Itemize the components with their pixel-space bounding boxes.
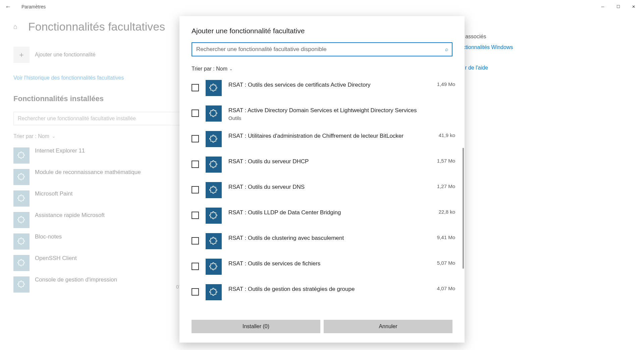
feature-name: RSAT : Outils de services de fichiers xyxy=(228,260,430,268)
feature-icon xyxy=(206,259,222,275)
related-header: Paramètres associés xyxy=(436,34,631,40)
feature-item[interactable]: RSAT : Outils des services de certificat… xyxy=(192,75,459,101)
feature-icon xyxy=(13,233,30,250)
feature-icon xyxy=(13,147,30,164)
feature-checkbox[interactable] xyxy=(192,212,199,219)
feature-icon xyxy=(13,190,30,207)
feature-icon xyxy=(206,233,222,249)
sort-features[interactable]: Trier par : Nom ⌄ xyxy=(179,63,465,74)
installed-name: Microsoft Paint xyxy=(35,190,72,197)
feature-checkbox[interactable] xyxy=(192,110,199,117)
add-feature-label: Ajouter une fonctionnalité xyxy=(35,52,96,58)
back-button[interactable]: ← xyxy=(3,3,13,10)
feature-icon xyxy=(13,276,30,293)
feature-size: 9,41 Mo xyxy=(437,233,455,240)
search-feature-input[interactable] xyxy=(192,42,452,56)
page-title: Fonctionnalités facultatives xyxy=(28,20,165,33)
feature-icon xyxy=(206,157,222,173)
feature-icon xyxy=(206,182,222,198)
maximize-button[interactable]: ☐ xyxy=(610,1,626,12)
feature-size: 1,49 Mo xyxy=(437,80,455,87)
installed-name: Bloc-notes xyxy=(35,233,62,240)
feature-item[interactable]: RSAT : Outils du serveur DHCP 1,57 Mo xyxy=(192,152,459,177)
search-icon: ⌕ xyxy=(445,46,448,52)
feature-checkbox[interactable] xyxy=(192,288,199,296)
feature-size: 4,07 Mo xyxy=(437,284,455,291)
titlebar: ← Paramètres ─ ☐ ✕ xyxy=(0,0,644,13)
sort-label: Trier par : Nom xyxy=(13,133,49,139)
minimize-button[interactable]: ─ xyxy=(595,1,610,12)
add-feature-dialog: Ajouter une fonctionnalité facultative ⌕… xyxy=(179,16,465,343)
feature-icon xyxy=(206,208,222,224)
add-feature-button[interactable]: ＋ xyxy=(13,47,30,63)
feature-name: RSAT : Outils du serveur DNS xyxy=(228,183,430,191)
installed-name: Module de reconnaissance mathématique xyxy=(35,169,141,176)
installed-item[interactable]: Console de gestion d'impression 07/12/20… xyxy=(13,276,201,293)
scrollbar[interactable] xyxy=(463,148,464,269)
feature-icon xyxy=(13,255,30,271)
feature-item[interactable]: RSAT : Outils LLDP de Data Center Bridgi… xyxy=(192,203,459,228)
feature-name: RSAT : Active Directory Domain Services … xyxy=(228,107,448,115)
installed-name: Assistance rapide Microsoft xyxy=(35,212,105,219)
feature-item[interactable]: RSAT : Outils de clustering avec bascule… xyxy=(192,228,459,254)
app-title: Paramètres xyxy=(21,4,46,9)
cancel-button[interactable]: Annuler xyxy=(324,320,452,333)
help-link[interactable]: 💬 Obtenir de l'aide xyxy=(436,64,631,72)
installed-item[interactable]: Assistance rapide Microsoft 2, 07/12 xyxy=(13,212,201,228)
feature-name: RSAT : Outils des services de certificat… xyxy=(228,81,430,89)
feature-checkbox[interactable] xyxy=(192,84,199,91)
feature-name: RSAT : Outils de clustering avec bascule… xyxy=(228,234,430,242)
feature-size: 41,9 ko xyxy=(439,131,455,138)
feature-icon xyxy=(13,212,30,228)
feature-name: RSAT : Outils de gestion des stratégies … xyxy=(228,286,430,293)
feature-size: 5,07 Mo xyxy=(437,259,455,266)
installed-name: Internet Explorer 11 xyxy=(35,147,85,154)
installed-item[interactable]: Internet Explorer 11 3,2 07/12 xyxy=(13,147,201,164)
installed-name: Console de gestion d'impression xyxy=(35,276,117,283)
feature-icon xyxy=(206,131,222,147)
feature-item[interactable]: RSAT : Outils de services de fichiers 5,… xyxy=(192,254,459,279)
history-link[interactable]: Voir l'historique des fonctionnalités fa… xyxy=(13,75,124,81)
more-features-link[interactable]: Plus de fonctionnalités Windows xyxy=(436,44,631,50)
chevron-down-icon: ⌄ xyxy=(229,67,232,71)
feature-icon xyxy=(13,169,30,185)
installed-item[interactable]: OpenSSH Client 1 xyxy=(13,255,201,271)
install-button[interactable]: Installer (0) xyxy=(192,320,320,333)
feature-name: RSAT : Utilitaires d'administration de C… xyxy=(228,132,432,140)
installed-item[interactable]: Bloc-notes 6 xyxy=(13,233,201,250)
feature-item[interactable]: RSAT : Active Directory Domain Services … xyxy=(192,101,459,126)
feature-icon xyxy=(206,80,222,96)
close-button[interactable]: ✕ xyxy=(626,1,641,12)
feature-size: 1,27 Mo xyxy=(437,182,455,189)
chevron-down-icon: ⌄ xyxy=(52,134,55,139)
feature-item[interactable]: RSAT : Outils du serveur DNS 1,27 Mo xyxy=(192,177,459,203)
home-icon[interactable]: ⌂ xyxy=(13,23,21,31)
dialog-title: Ajouter une fonctionnalité facultative xyxy=(192,27,452,35)
feature-item[interactable]: RSAT : Utilitaires d'administration de C… xyxy=(192,126,459,152)
feature-size: 1,57 Mo xyxy=(437,157,455,164)
feature-name: RSAT : Outils du serveur DHCP xyxy=(228,158,430,166)
sort-features-label: Trier par : Nom xyxy=(192,66,227,72)
feature-icon xyxy=(206,105,222,122)
installed-item[interactable]: Module de reconnaissance mathématique 33 xyxy=(13,169,201,185)
feature-icon xyxy=(206,284,222,300)
feature-checkbox[interactable] xyxy=(192,186,199,193)
installed-name: OpenSSH Client xyxy=(35,255,77,262)
feature-checkbox[interactable] xyxy=(192,135,199,142)
search-installed-input[interactable] xyxy=(13,112,201,125)
feature-checkbox[interactable] xyxy=(192,237,199,245)
feature-name: RSAT : Outils LLDP de Data Center Bridgi… xyxy=(228,209,432,217)
feature-item[interactable]: RSAT : Outils de gestion des stratégies … xyxy=(192,279,459,305)
feature-size: 22,8 ko xyxy=(439,208,455,215)
feature-sub: Outils xyxy=(228,115,448,121)
feature-checkbox[interactable] xyxy=(192,263,199,270)
feature-checkbox[interactable] xyxy=(192,161,199,168)
installed-item[interactable]: Microsoft Paint 6, 07/12 xyxy=(13,190,201,207)
